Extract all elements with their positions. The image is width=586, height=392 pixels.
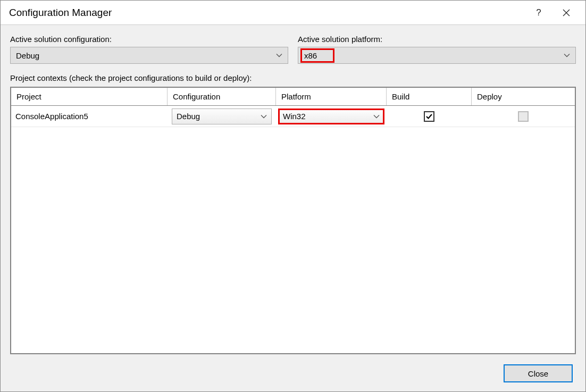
- close-button-label: Close: [528, 369, 548, 378]
- cell-platform: Win32: [276, 106, 387, 127]
- col-deploy[interactable]: Deploy: [472, 88, 575, 105]
- footer: Close: [1, 354, 585, 392]
- project-contexts-grid: Project Configuration Platform Build Dep…: [10, 87, 576, 354]
- cell-project: ConsoleApplication5: [11, 106, 168, 127]
- deploy-checkbox: [518, 111, 529, 122]
- cell-configuration: Debug: [168, 106, 276, 127]
- active-platform-dropdown[interactable]: x86: [298, 47, 576, 64]
- chevron-down-icon: [276, 53, 282, 57]
- configuration-value: Debug: [177, 112, 200, 121]
- chevron-down-icon: [261, 114, 267, 119]
- build-checkbox[interactable]: [424, 111, 434, 122]
- active-config-field: Active solution configuration: Debug: [10, 35, 288, 64]
- cell-deploy: [472, 106, 575, 127]
- col-project[interactable]: Project: [11, 88, 168, 105]
- chevron-down-icon: [373, 114, 380, 119]
- active-config-value: Debug: [16, 51, 39, 60]
- close-window-button[interactable]: [555, 1, 578, 24]
- active-config-dropdown[interactable]: Debug: [10, 47, 288, 64]
- top-row: Active solution configuration: Debug Act…: [10, 35, 576, 64]
- grid-body: ConsoleApplication5 Debug Win32: [11, 106, 575, 127]
- close-button[interactable]: Close: [504, 364, 573, 382]
- project-contexts-label: Project contexts (check the project conf…: [10, 73, 576, 82]
- close-icon: [563, 9, 570, 16]
- table-row: ConsoleApplication5 Debug Win32: [11, 106, 575, 127]
- platform-value: Win32: [283, 112, 306, 121]
- active-platform-field: Active solution platform: x86: [298, 35, 576, 64]
- cell-build: [387, 106, 472, 127]
- grid-header: Project Configuration Platform Build Dep…: [11, 88, 575, 106]
- active-platform-label: Active solution platform:: [298, 35, 576, 44]
- configuration-dropdown[interactable]: Debug: [172, 109, 272, 124]
- help-button[interactable]: ?: [527, 1, 550, 24]
- col-build[interactable]: Build: [387, 88, 472, 105]
- project-name: ConsoleApplication5: [15, 112, 88, 121]
- active-platform-value: x86: [304, 51, 317, 60]
- col-platform[interactable]: Platform: [276, 88, 387, 105]
- window-title: Configuration Manager: [9, 7, 112, 19]
- content-area: Active solution configuration: Debug Act…: [1, 25, 585, 354]
- platform-dropdown[interactable]: Win32: [278, 109, 384, 124]
- col-configuration[interactable]: Configuration: [168, 88, 276, 105]
- chevron-down-icon: [564, 53, 570, 57]
- titlebar: Configuration Manager ?: [1, 1, 585, 25]
- checkmark-icon: [425, 113, 433, 120]
- active-config-label: Active solution configuration:: [10, 35, 288, 44]
